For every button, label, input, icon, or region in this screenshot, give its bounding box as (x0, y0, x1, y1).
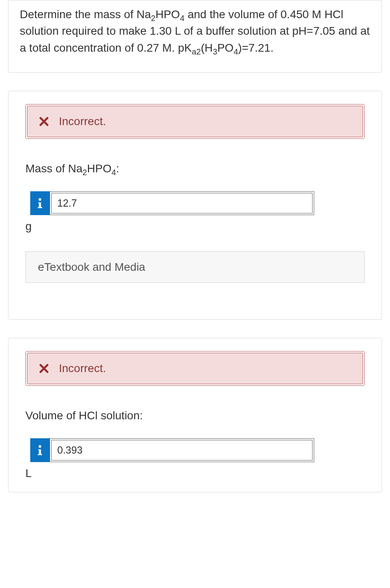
feedback-text: Incorrect. (59, 362, 106, 375)
feedback-banner: Incorrect. (25, 351, 365, 386)
q-sub: 2 (151, 14, 155, 23)
field-label-volume: Volume of HCl solution: (25, 409, 365, 422)
feedback-inner: Incorrect. (27, 353, 363, 384)
info-button[interactable] (30, 191, 50, 215)
label-sub: 4 (112, 168, 116, 177)
q-text-seg: )=7.21. (238, 42, 273, 54)
question-text: Determine the mass of Na2HPO4 and the vo… (20, 6, 370, 56)
q-text-seg: (H (201, 42, 213, 54)
q-sub: 3 (213, 47, 217, 56)
feedback-banner: Incorrect. (25, 104, 365, 139)
input-row (30, 191, 314, 215)
etextbook-media-button[interactable]: eTextbook and Media (25, 251, 365, 283)
volume-input[interactable] (51, 440, 313, 460)
q-sub: a2 (192, 47, 200, 56)
answer-card-mass: Incorrect. Mass of Na2HPO4: g eTextbook … (8, 91, 382, 320)
incorrect-icon (39, 363, 49, 374)
info-icon (36, 445, 44, 456)
mass-input[interactable] (51, 193, 313, 213)
input-row (30, 438, 314, 462)
label-seg: Mass of Na (25, 162, 83, 175)
answer-card-volume: Incorrect. Volume of HCl solution: L (8, 338, 382, 492)
input-frame (50, 191, 314, 215)
feedback-text: Incorrect. (59, 115, 106, 128)
info-button[interactable] (30, 438, 50, 462)
q-sub: 4 (234, 47, 238, 56)
unit-label: L (25, 467, 365, 480)
field-label-mass: Mass of Na2HPO4: (25, 162, 365, 175)
q-text-seg: Determine the mass of Na (20, 8, 151, 21)
unit-label: g (25, 220, 365, 233)
q-sub: 4 (180, 14, 184, 23)
info-icon (36, 198, 44, 209)
q-text-seg: PO (217, 42, 234, 54)
svg-point-0 (39, 198, 42, 201)
question-card: Determine the mass of Na2HPO4 and the vo… (8, 0, 382, 73)
feedback-inner: Incorrect. (27, 106, 363, 137)
svg-point-1 (39, 445, 42, 448)
label-seg: HPO (87, 162, 112, 175)
incorrect-icon (39, 116, 49, 127)
label-seg: Volume of HCl solution: (25, 409, 143, 422)
label-sub: 2 (83, 168, 87, 177)
q-text-seg: HPO (155, 8, 180, 21)
label-seg: : (116, 162, 119, 175)
input-frame (50, 438, 314, 462)
